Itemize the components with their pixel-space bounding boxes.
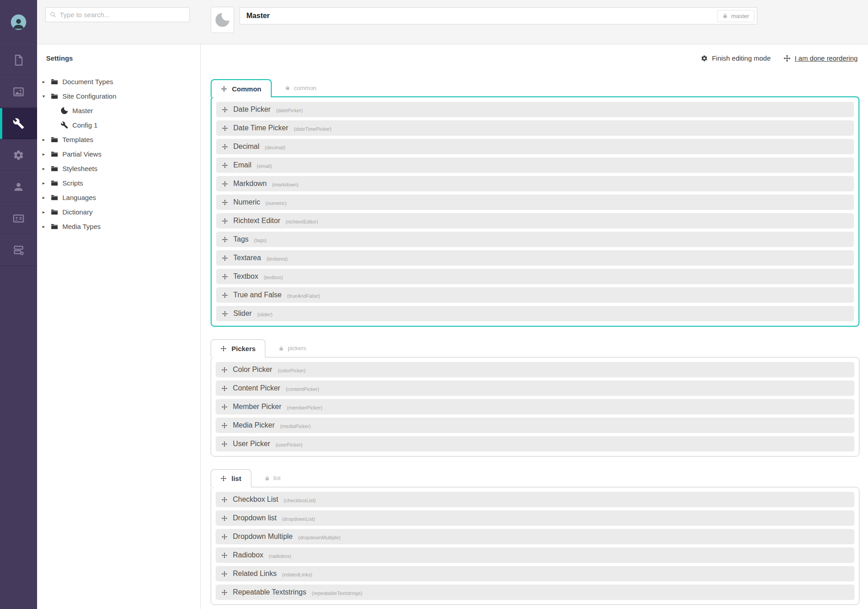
tree-item-scripts[interactable]: Scripts (37, 176, 200, 190)
property-alias: memberPicker (287, 404, 322, 410)
property-row[interactable]: Related Links relatedLinks (216, 566, 854, 581)
caret-right-icon[interactable] (41, 181, 47, 186)
property-row[interactable]: Member Picker memberPicker (216, 399, 854, 414)
sidebar-item-media[interactable] (0, 76, 37, 108)
property-label: Slider (233, 309, 252, 318)
search-input[interactable] (60, 11, 185, 19)
property-label: Decimal (233, 143, 259, 151)
group-list: list list Checkbox List checkboxList Dro… (211, 469, 859, 605)
property-row[interactable]: Slider slider (216, 306, 854, 321)
group-alias-pickers[interactable]: pickers (278, 345, 306, 352)
caret-right-icon[interactable] (41, 79, 47, 84)
global-search (45, 7, 190, 22)
folder-icon (51, 150, 58, 158)
folder-icon (51, 223, 58, 230)
wrench-icon (61, 121, 68, 129)
property-row[interactable]: Dropdown list dropdownList (216, 510, 854, 526)
move-icon (222, 255, 228, 261)
property-row[interactable]: Content Picker contentPicker (216, 381, 854, 396)
sidebar-item-developer[interactable] (0, 139, 37, 171)
sidebar-item-settings[interactable] (0, 108, 37, 139)
caret-right-icon[interactable] (41, 152, 47, 157)
doctype-icon-picker[interactable] (211, 7, 234, 33)
caret-right-icon[interactable] (41, 209, 47, 214)
tree-panel: Settings Document Types Site Configurati… (37, 44, 201, 609)
property-row[interactable]: Decimal decimal (216, 139, 854, 154)
group-alias-list[interactable]: list (264, 475, 281, 481)
tree-item-templates[interactable]: Templates (37, 132, 200, 147)
lock-icon (285, 85, 290, 90)
tree-item-label: Site Configuration (62, 92, 116, 100)
property-row[interactable]: True and False trueAndFalse (216, 287, 854, 303)
caret-right-icon[interactable] (41, 224, 47, 229)
tree-item-partial-views[interactable]: Partial Views (37, 147, 200, 161)
group-tab-label: Common (232, 85, 261, 93)
property-row[interactable]: Color Picker colorPicker (216, 362, 854, 377)
property-row[interactable]: Textarea textarea (216, 250, 854, 266)
property-label: Related Links (233, 570, 277, 578)
property-alias: userPicker (276, 441, 302, 447)
sidebar-item-forms[interactable] (0, 234, 37, 266)
property-groups: Common common Date Picker datePicker Dat… (211, 79, 859, 609)
move-icon (222, 125, 228, 131)
property-row[interactable]: Media Picker mediaPicker (216, 418, 854, 433)
avatar[interactable] (11, 14, 26, 30)
move-icon (222, 552, 227, 558)
tree-item-master[interactable]: Master (37, 103, 200, 118)
property-alias: textbox (264, 273, 283, 280)
move-icon (222, 385, 227, 391)
property-row[interactable]: Textbox textbox (216, 269, 854, 284)
property-row[interactable]: Tags tags (216, 232, 854, 247)
group-alias-common[interactable]: common (285, 85, 316, 91)
property-row[interactable]: Repeatable Textstrings repeatableTextstr… (216, 585, 854, 600)
group-tab-list[interactable]: list (211, 469, 251, 487)
caret-right-icon[interactable] (41, 137, 47, 142)
tree-item-stylesheets[interactable]: Stylesheets (37, 161, 200, 176)
finish-editing-mode-button[interactable]: Finish editing mode (701, 54, 771, 62)
property-label: True and False (233, 291, 282, 299)
group-alias-label: list (274, 475, 281, 481)
gear-icon (701, 55, 708, 62)
move-icon (221, 476, 226, 481)
property-row[interactable]: Richtext Editor richtextEditor (216, 213, 854, 228)
tree-item-dictionary[interactable]: Dictionary (37, 205, 200, 219)
move-icon (783, 55, 791, 62)
property-row[interactable]: User Picker userPicker (216, 436, 854, 452)
property-row[interactable]: Checkbox List checkboxList (216, 492, 854, 507)
move-icon (222, 515, 227, 521)
property-row[interactable]: Email email (216, 157, 854, 173)
group-tab-label: Pickers (231, 345, 255, 352)
property-row[interactable]: Dropdown Multiple dropdownMultiple (216, 529, 854, 544)
sidebar-item-content[interactable] (0, 44, 37, 76)
caret-right-icon[interactable] (41, 195, 47, 200)
property-row[interactable]: Numeric numeric (216, 195, 854, 210)
group-tab-common[interactable]: Common (211, 79, 272, 97)
group-pickers: Pickers pickers Color Picker colorPicker… (211, 339, 859, 457)
caret-down-icon[interactable] (41, 94, 47, 99)
move-icon (222, 181, 228, 187)
tree-item-site-configuration[interactable]: Site Configuration (37, 89, 200, 103)
property-row[interactable]: Markdown markdown (216, 176, 854, 191)
group-tab-pickers[interactable]: Pickers (211, 339, 265, 357)
move-icon (222, 107, 228, 113)
doctype-name-input[interactable] (246, 12, 717, 20)
sidebar-item-members[interactable] (0, 203, 37, 234)
tree-item-config-1[interactable]: Config 1 (37, 118, 200, 132)
property-row[interactable]: Date Picker datePicker (216, 102, 854, 117)
tree-item-languages[interactable]: Languages (37, 190, 200, 205)
tree-item-document-types[interactable]: Document Types (37, 74, 200, 89)
property-alias: trueAndFalse (287, 292, 320, 299)
doctype-alias-badge[interactable]: master (717, 10, 755, 22)
property-row[interactable]: Date Time Picker dateTimePicker (216, 120, 854, 136)
doctype-name-field: master (240, 7, 757, 24)
sidebar-item-users[interactable] (0, 171, 37, 203)
property-row[interactable]: Radiobox radiobox (216, 547, 854, 563)
forms-icon (13, 244, 24, 256)
tree-item-media-types[interactable]: Media Types (37, 219, 200, 233)
done-reordering-button[interactable]: I am done reordering (783, 54, 858, 62)
folder-icon (51, 179, 58, 187)
caret-right-icon[interactable] (41, 166, 47, 171)
tree-item-label: Document Types (62, 78, 113, 86)
property-label: Content Picker (233, 384, 280, 392)
property-alias: repeatableTextstrings (311, 589, 362, 596)
